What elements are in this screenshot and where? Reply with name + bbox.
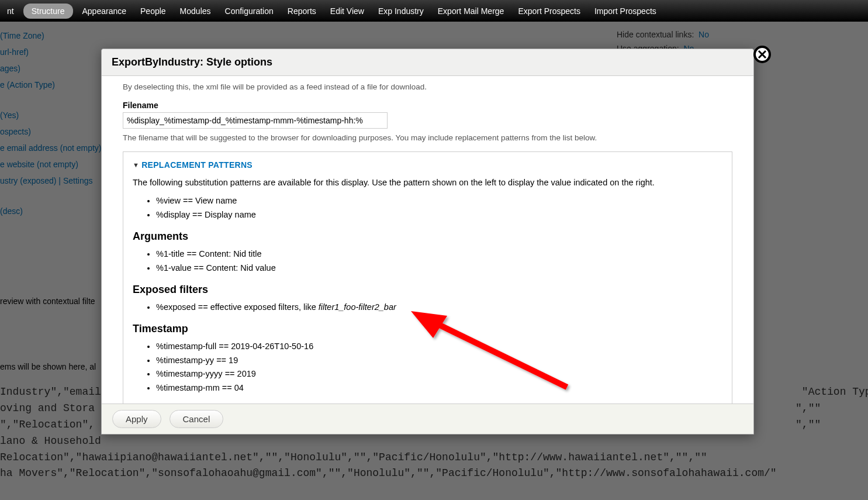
replacement-patterns-header: REPLACEMENT PATTERNS [141,160,253,170]
pattern-item: %timestamp-yyyy == 2019 [156,367,722,381]
menu-item-appearance[interactable]: Appearance [75,3,134,19]
patterns-exposed-list: %exposed == effective exposed filters, l… [133,301,722,315]
menu-item-structure[interactable]: Structure [23,4,73,19]
menu-item-configuration[interactable]: Configuration [218,3,281,19]
filename-input[interactable] [123,112,388,129]
menu-item-reports[interactable]: Reports [281,3,323,19]
menu-item-import-prospects[interactable]: Import Prospects [587,3,663,19]
style-options-modal: ExportByIndustry: Style options By desel… [101,49,754,435]
menu-item-export-prospects[interactable]: Export Prospects [511,3,587,19]
menu-item-modules[interactable]: Modules [173,3,218,19]
patterns-arguments-list: %1-title == Content: Nid title %1-value … [133,247,722,275]
modal-footer: Apply Cancel [102,404,753,434]
arguments-header: Arguments [133,230,722,243]
timestamp-header: Timestamp [133,323,722,335]
pattern-item: %timestamp-full == 2019-04-26T10-50-16 [156,340,722,354]
modal-header: ExportByIndustry: Style options [102,49,753,76]
admin-menu-bar: nt Structure Appearance People Modules C… [0,0,868,22]
replacement-patterns-fieldset: ▼ REPLACEMENT PATTERNS The following sub… [123,151,732,404]
modal-title: ExportByIndustry: Style options [112,56,743,68]
pattern-item-exposed: %exposed == effective exposed filters, l… [156,301,722,315]
modal-close-button[interactable] [753,46,771,63]
cancel-button[interactable]: Cancel [170,410,224,428]
patterns-general-list: %view == View name %display == Display n… [133,194,722,222]
menu-item-export-mail-merge[interactable]: Export Mail Merge [431,3,511,19]
exposed-prefix: %exposed == effective exposed filters, l… [156,302,319,312]
exposed-filters-header: Exposed filters [133,284,722,296]
pattern-item: %1-value == Content: Nid value [156,261,722,275]
pattern-item: %view == View name [156,194,722,208]
replacement-patterns-toggle[interactable]: ▼ REPLACEMENT PATTERNS [133,160,722,170]
patterns-description: The following substitution patterns are … [133,178,722,187]
filename-help: The filename that will be suggested to t… [123,133,732,142]
menu-item-edit-view[interactable]: Edit View [323,3,371,19]
patterns-timestamp-list: %timestamp-full == 2019-04-26T10-50-16 %… [133,340,722,396]
pattern-item: %timestamp-mm == 04 [156,381,722,395]
menu-item-exp-industry[interactable]: Exp Industry [371,3,431,19]
menu-item-people[interactable]: People [133,3,173,19]
triangle-down-icon: ▼ [133,161,139,168]
pattern-item: %display == Display name [156,208,722,222]
exposed-example: filter1_foo-filter2_bar [319,302,396,312]
deselect-description: By deselecting this, the xml file will b… [123,82,732,91]
close-icon [758,50,767,59]
pattern-item: %timestamp-yy == 19 [156,354,722,368]
pattern-item: %1-title == Content: Nid title [156,247,722,261]
menu-item-content-partial[interactable]: nt [0,3,21,19]
modal-body[interactable]: By deselecting this, the xml file will b… [102,75,753,404]
apply-button[interactable]: Apply [112,410,161,428]
filename-label: Filename [123,101,732,110]
